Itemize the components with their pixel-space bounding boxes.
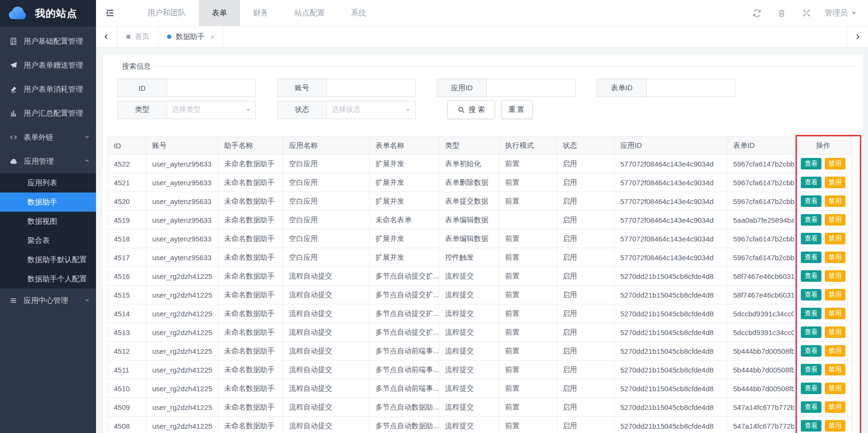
- search-field-label: ID: [117, 79, 167, 97]
- submenu-item-1[interactable]: 数据助手: [0, 192, 96, 212]
- cell-form_name: 扩展并发: [370, 192, 439, 211]
- sidebar-submenu: 应用列表数据助手数据视图聚合表数据助手默认配置数据助手个人配置: [0, 173, 96, 289]
- view-button[interactable]: 查看: [801, 177, 821, 188]
- view-button[interactable]: 查看: [801, 345, 821, 357]
- tabs-scroll-right[interactable]: [847, 26, 868, 47]
- disable-button[interactable]: 禁用: [825, 158, 845, 169]
- close-icon[interactable]: ×: [210, 33, 215, 41]
- view-button[interactable]: 查看: [801, 195, 821, 207]
- cell-app_name: 空白应用: [283, 229, 370, 248]
- cell-actions: 查看禁用: [795, 192, 852, 211]
- cell-assistant_name: 未命名数据助手: [218, 155, 283, 173]
- sidebar-item-2[interactable]: 用户表单消耗管理: [0, 77, 96, 101]
- submenu-item-5[interactable]: 数据助手个人配置: [0, 269, 96, 289]
- user-dropdown[interactable]: 管理员: [825, 8, 856, 18]
- fullscreen-icon[interactable]: [794, 9, 819, 17]
- disable-button[interactable]: 禁用: [825, 233, 845, 244]
- cell-app_id: 5270dd21b15045cb8cfde4d8: [615, 361, 727, 379]
- caret-down-icon: [406, 108, 410, 112]
- view-button[interactable]: 查看: [801, 401, 821, 413]
- view-button[interactable]: 查看: [801, 289, 821, 301]
- 类型-select[interactable]: 选择类型: [167, 101, 256, 119]
- cell-id: 4509: [108, 398, 146, 417]
- view-button[interactable]: 查看: [801, 383, 821, 394]
- nav-main: 用户和团队表单财务站点配置系统: [96, 0, 744, 26]
- search-field-label: 账号: [277, 79, 326, 97]
- caret-down-icon: [246, 108, 251, 112]
- tab-0[interactable]: 首页: [117, 26, 158, 47]
- 账号-input[interactable]: [326, 79, 416, 97]
- 状态-select[interactable]: 选择状态: [326, 101, 416, 119]
- nav-menu-item-0[interactable]: 用户和团队: [134, 0, 199, 26]
- view-button[interactable]: 查看: [801, 158, 821, 169]
- submenu-item-4[interactable]: 数据助手默认配置: [0, 250, 96, 269]
- disable-button[interactable]: 禁用: [825, 214, 845, 226]
- trash-icon[interactable]: [769, 9, 794, 17]
- main-card: 搜索信息 ID账号应用ID表单ID 类型选择类型状态选择状态 搜索 重置: [103, 55, 862, 433]
- cell-app_id: 577072f08464c143e4c9034d: [615, 155, 727, 173]
- tabbar: 首页数据助手×: [96, 26, 868, 48]
- select-placeholder: 选择类型: [172, 105, 201, 114]
- cell-app_name: 流程自动提交: [283, 323, 370, 342]
- refresh-icon[interactable]: [744, 9, 769, 18]
- sidebar-item-1[interactable]: 用户表单赠送管理: [0, 53, 96, 77]
- search-field-0: ID: [117, 79, 256, 97]
- 表单ID-input[interactable]: [646, 79, 735, 97]
- disable-button[interactable]: 禁用: [825, 326, 845, 338]
- disable-button[interactable]: 禁用: [825, 195, 845, 207]
- view-button[interactable]: 查看: [801, 252, 821, 263]
- nav-menu-item-1[interactable]: 表单: [199, 0, 240, 26]
- top-navbar: 我的站点 用户和团队表单财务站点配置系统 管理: [0, 0, 868, 26]
- disable-button[interactable]: 禁用: [825, 345, 845, 357]
- disable-button[interactable]: 禁用: [825, 177, 845, 188]
- collapse-sidebar-icon[interactable]: [96, 0, 124, 26]
- view-button[interactable]: 查看: [801, 233, 821, 244]
- cell-app_name: 空白应用: [283, 211, 370, 229]
- disable-button[interactable]: 禁用: [825, 289, 845, 301]
- tab-1[interactable]: 数据助手×: [158, 26, 224, 47]
- view-button[interactable]: 查看: [801, 420, 821, 432]
- disable-button[interactable]: 禁用: [825, 401, 845, 413]
- reset-button[interactable]: 重置: [501, 100, 533, 119]
- sidebar-item-5[interactable]: 应用管理: [0, 149, 96, 173]
- cell-app_id: 5270dd21b15045cb8cfde4d8: [615, 417, 727, 433]
- table-row: 4509user_rg2dzh41225未命名数据助手流程自动提交多节点自动数据…: [108, 398, 852, 417]
- cell-exec_mode: 前置: [499, 286, 557, 304]
- search-field-1: 账号: [277, 79, 416, 97]
- sidebar-item-0[interactable]: 用户基础配置管理: [0, 29, 96, 53]
- chevron-up-icon: [84, 157, 90, 166]
- sidebar-item-6[interactable]: 应用中心管理: [0, 289, 96, 313]
- submenu-item-0[interactable]: 应用列表: [0, 173, 96, 192]
- nav-menu-item-2[interactable]: 财务: [240, 0, 281, 26]
- nav-menu-item-3[interactable]: 站点配置: [281, 0, 338, 26]
- view-button[interactable]: 查看: [801, 270, 821, 282]
- sidebar-item-4[interactable]: 表单外链: [0, 125, 96, 149]
- disable-button[interactable]: 禁用: [825, 252, 845, 263]
- disable-button[interactable]: 禁用: [825, 420, 845, 432]
- view-button[interactable]: 查看: [801, 214, 821, 226]
- sidebar-item-3[interactable]: 用户汇总配置管理: [0, 101, 96, 125]
- cell-account: user_rg2dzh41225: [146, 361, 218, 379]
- disable-button[interactable]: 禁用: [825, 308, 845, 319]
- disable-button[interactable]: 禁用: [825, 270, 845, 282]
- table-row: 4516user_rg2dzh41225未命名数据助手流程自动提交多节点自动提交…: [108, 267, 852, 286]
- ID-input[interactable]: [167, 79, 256, 97]
- view-button[interactable]: 查看: [801, 326, 821, 338]
- cell-actions: 查看禁用: [795, 398, 852, 417]
- disable-button[interactable]: 禁用: [825, 383, 845, 394]
- disable-button[interactable]: 禁用: [825, 364, 845, 375]
- nav-menu-item-4[interactable]: 系统: [338, 0, 379, 26]
- 应用ID-input[interactable]: [486, 79, 576, 97]
- view-button[interactable]: 查看: [801, 308, 821, 319]
- cell-exec_mode: [499, 211, 557, 229]
- cloud-logo-icon: [7, 5, 31, 22]
- submenu-item-3[interactable]: 聚合表: [0, 231, 96, 250]
- sidebar-item-label: 表单外链: [24, 132, 53, 143]
- cell-app_name: 流程自动提交: [283, 379, 370, 398]
- view-button[interactable]: 查看: [801, 364, 821, 375]
- cell-account: user_rg2dzh41225: [146, 417, 218, 433]
- search-button[interactable]: 搜索: [447, 100, 495, 119]
- tabs-scroll-left[interactable]: [96, 26, 117, 47]
- submenu-item-2[interactable]: 数据视图: [0, 212, 96, 231]
- cell-assistant_name: 未命名数据助手: [218, 361, 283, 379]
